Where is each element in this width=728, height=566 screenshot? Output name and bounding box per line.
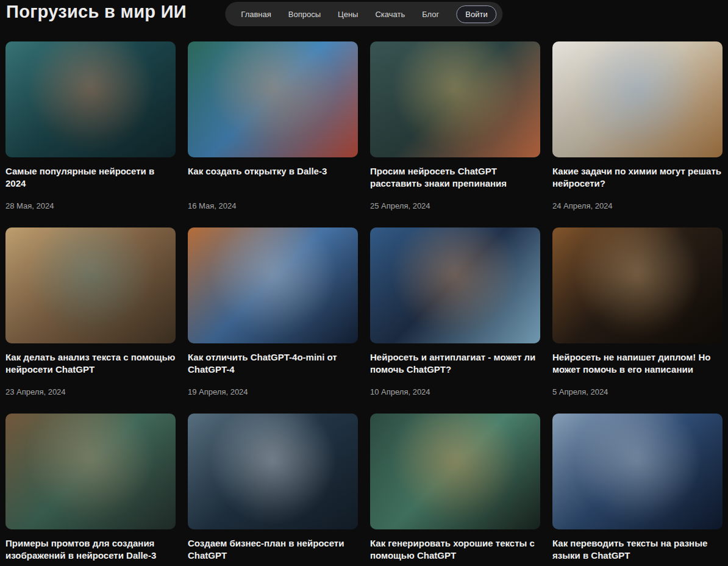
article-card[interactable]: Как генерировать хорошие тексты с помощь… bbox=[370, 414, 540, 566]
article-title[interactable]: Как делать анализ текста с помощью нейро… bbox=[5, 351, 176, 387]
article-date: 24 Апреля, 2024 bbox=[552, 201, 723, 210]
article-image[interactable] bbox=[188, 414, 358, 529]
article-title[interactable]: Нейросеть и антиплагиат - может ли помоч… bbox=[370, 351, 540, 387]
article-card[interactable]: Как отличить ChatGPT-4o-mini от ChatGPT-… bbox=[188, 227, 358, 396]
article-date: 23 Апреля, 2024 bbox=[5, 387, 176, 396]
article-image[interactable] bbox=[552, 227, 723, 343]
article-grid: Самые популярные нейросети в 202428 Мая,… bbox=[0, 39, 728, 566]
article-card[interactable]: Примеры промтов для создания изображений… bbox=[5, 414, 176, 566]
article-card[interactable]: Нейросеть и антиплагиат - может ли помоч… bbox=[370, 227, 540, 396]
article-image[interactable] bbox=[370, 41, 540, 157]
article-image[interactable] bbox=[370, 227, 540, 343]
article-title[interactable]: Создаем бизнес-план в нейросети ChatGPT bbox=[188, 537, 358, 566]
article-card[interactable]: Нейросеть не напишет диплом! Но может по… bbox=[552, 227, 723, 396]
article-title[interactable]: Просим нейросеть ChatGPT расставить знак… bbox=[370, 165, 540, 201]
nav-item-blog[interactable]: Блог bbox=[422, 10, 439, 19]
article-image[interactable] bbox=[188, 227, 358, 343]
article-title[interactable]: Как создать открытку в Dalle-3 bbox=[188, 165, 358, 201]
article-card[interactable]: Как переводить тексты на разные языки в … bbox=[552, 414, 723, 566]
nav-item-questions[interactable]: Вопросы bbox=[288, 10, 321, 19]
nav-item-home[interactable]: Главная bbox=[241, 10, 271, 19]
nav-item-prices[interactable]: Цены bbox=[338, 10, 358, 19]
article-image[interactable] bbox=[5, 414, 176, 529]
article-title[interactable]: Как генерировать хорошие тексты с помощь… bbox=[370, 537, 540, 566]
main-nav: ГлавнаяВопросыЦеныСкачатьБлогВойти bbox=[225, 2, 502, 26]
article-date: 10 Апреля, 2024 bbox=[370, 387, 540, 396]
article-card[interactable]: Как делать анализ текста с помощью нейро… bbox=[5, 227, 176, 396]
article-image[interactable] bbox=[552, 41, 723, 157]
article-title[interactable]: Самые популярные нейросети в 2024 bbox=[5, 165, 176, 201]
article-card[interactable]: Просим нейросеть ChatGPT расставить знак… bbox=[370, 41, 540, 210]
article-image[interactable] bbox=[5, 41, 176, 157]
article-title[interactable]: Как отличить ChatGPT-4o-mini от ChatGPT-… bbox=[188, 351, 358, 387]
article-date: 25 Апреля, 2024 bbox=[370, 201, 540, 210]
article-image[interactable] bbox=[5, 227, 176, 343]
article-image[interactable] bbox=[370, 414, 540, 529]
article-image[interactable] bbox=[552, 414, 723, 529]
article-card[interactable]: Создаем бизнес-план в нейросети ChatGPT bbox=[188, 414, 358, 566]
nav-item-download[interactable]: Скачать bbox=[375, 10, 405, 19]
article-title[interactable]: Какие задачи по химии могут решать нейро… bbox=[552, 165, 723, 201]
article-card[interactable]: Как создать открытку в Dalle-316 Мая, 20… bbox=[188, 41, 358, 210]
article-card[interactable]: Самые популярные нейросети в 202428 Мая,… bbox=[5, 41, 176, 210]
article-image[interactable] bbox=[188, 41, 358, 157]
page-header: Погрузись в мир ИИ ГлавнаяВопросыЦеныСка… bbox=[0, 0, 728, 39]
article-date: 5 Апреля, 2024 bbox=[552, 387, 723, 396]
login-button[interactable]: Войти bbox=[456, 5, 496, 23]
article-title[interactable]: Нейросеть не напишет диплом! Но может по… bbox=[552, 351, 723, 387]
article-card[interactable]: Какие задачи по химии могут решать нейро… bbox=[552, 41, 723, 210]
article-title[interactable]: Примеры промтов для создания изображений… bbox=[5, 537, 176, 566]
article-date: 19 Апреля, 2024 bbox=[188, 387, 358, 396]
article-date: 16 Мая, 2024 bbox=[188, 201, 358, 210]
article-title[interactable]: Как переводить тексты на разные языки в … bbox=[552, 537, 723, 566]
article-date: 28 Мая, 2024 bbox=[5, 201, 176, 210]
